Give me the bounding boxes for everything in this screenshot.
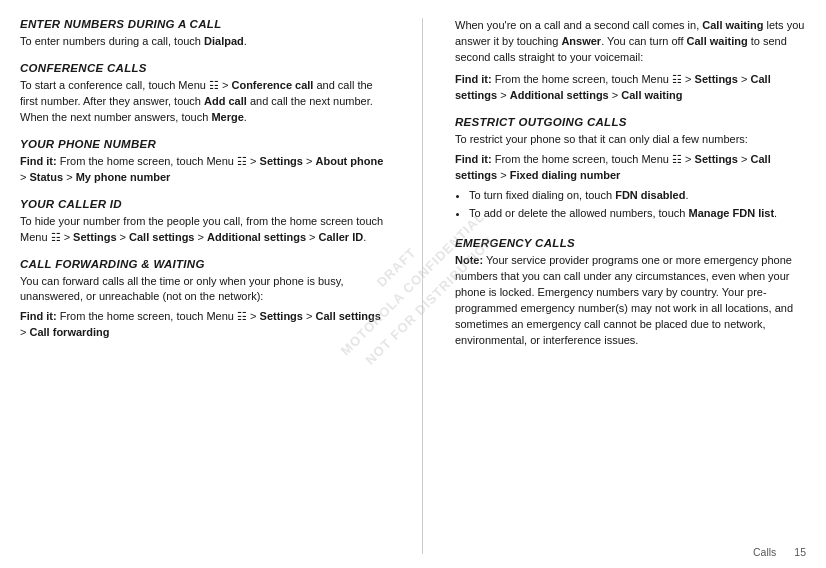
section-your-phone-number: YOUR PHONE NUMBER Find it: From the home…: [20, 138, 390, 186]
right-column: When you're on a call and a second call …: [455, 18, 806, 554]
section-body-enter-numbers: To enter numbers during a call, touch Di…: [20, 34, 390, 50]
bullet-manage-fdn: To add or delete the allowed numbers, to…: [469, 206, 806, 222]
column-divider: [422, 18, 423, 554]
section-title-call-forwarding: CALL FORWARDING & WAITING: [20, 258, 390, 270]
section-body-conference-calls: To start a conference call, touch Menu ☷…: [20, 78, 390, 126]
section-title-conference-calls: CONFERENCE CALLS: [20, 62, 390, 74]
section-title-restrict-outgoing: RESTRICT OUTGOING CALLS: [455, 116, 806, 128]
call-waiting-findit: Find it: From the home screen, touch Men…: [455, 72, 806, 104]
section-conference-calls: CONFERENCE CALLS To start a conference c…: [20, 62, 390, 126]
section-title-your-phone-number: YOUR PHONE NUMBER: [20, 138, 390, 150]
intro-text: When you're on a call and a second call …: [455, 18, 806, 66]
section-findit-call-forwarding: Find it: From the home screen, touch Men…: [20, 309, 390, 341]
left-column: ENTER NUMBERS DURING A CALL To enter num…: [20, 18, 390, 554]
section-body-your-caller-id: To hide your number from the people you …: [20, 214, 390, 246]
footer-section-label: Calls: [753, 546, 776, 558]
section-enter-numbers: ENTER NUMBERS DURING A CALL To enter num…: [20, 18, 390, 50]
section-body-emergency-calls: Note: Your service provider programs one…: [455, 253, 806, 349]
page-container: DRAFT MOTOROLA CONFIDENTIAL NOT FOR DIST…: [0, 0, 826, 568]
section-body-call-forwarding: You can forward calls all the time or on…: [20, 274, 390, 306]
section-title-emergency-calls: EMERGENCY CALLS: [455, 237, 806, 249]
section-body-restrict-outgoing: To restrict your phone so that it can on…: [455, 132, 806, 148]
section-restrict-outgoing: RESTRICT OUTGOING CALLS To restrict your…: [455, 116, 806, 226]
section-title-enter-numbers: ENTER NUMBERS DURING A CALL: [20, 18, 390, 30]
section-body-your-phone-number: Find it: From the home screen, touch Men…: [20, 154, 390, 186]
footer-page-number: 15: [794, 546, 806, 558]
section-call-forwarding: CALL FORWARDING & WAITING You can forwar…: [20, 258, 390, 342]
section-your-caller-id: YOUR CALLER ID To hide your number from …: [20, 198, 390, 246]
restrict-outgoing-bullets: To turn fixed dialing on, touch FDN disa…: [469, 188, 806, 223]
page-footer: Calls 15: [753, 546, 806, 558]
section-findit-restrict-outgoing: Find it: From the home screen, touch Men…: [455, 152, 806, 184]
section-emergency-calls: EMERGENCY CALLS Note: Your service provi…: [455, 237, 806, 349]
section-title-your-caller-id: YOUR CALLER ID: [20, 198, 390, 210]
bullet-fdn-disabled: To turn fixed dialing on, touch FDN disa…: [469, 188, 806, 204]
